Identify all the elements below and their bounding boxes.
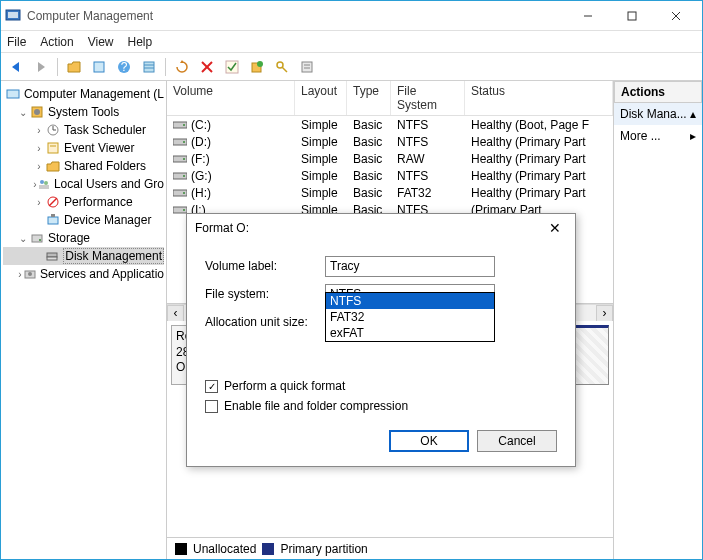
menu-view[interactable]: View — [88, 35, 114, 49]
cancel-button[interactable]: Cancel — [477, 430, 557, 452]
back-button[interactable] — [5, 56, 27, 78]
svg-point-24 — [34, 109, 40, 115]
window-title: Computer Management — [27, 9, 566, 23]
svg-point-50 — [183, 175, 185, 177]
actions-more[interactable]: More ...▸ — [614, 125, 702, 147]
scroll-right-icon[interactable]: › — [596, 305, 613, 322]
svg-rect-1 — [8, 12, 18, 18]
tree-storage[interactable]: ⌄Storage — [3, 229, 164, 247]
svg-point-31 — [44, 181, 48, 185]
disk-icon — [173, 120, 187, 130]
close-button[interactable] — [654, 2, 698, 30]
legend-unallocated: Unallocated — [193, 542, 256, 556]
table-row[interactable]: (C:)SimpleBasicNTFSHealthy (Boot, Page F — [167, 116, 613, 133]
toolbar: ? — [1, 53, 702, 81]
svg-rect-9 — [144, 62, 154, 72]
svg-rect-32 — [39, 185, 49, 189]
table-row[interactable]: (G:)SimpleBasicNTFSHealthy (Primary Part — [167, 167, 613, 184]
legend: Unallocated Primary partition — [167, 537, 613, 559]
volume-label-label: Volume label: — [205, 259, 325, 273]
tree-disk-management[interactable]: Disk Management — [3, 247, 164, 265]
collapse-icon: ▴ — [690, 107, 696, 121]
actions-pane: Actions Disk Mana...▴ More ...▸ — [614, 81, 702, 559]
svg-point-48 — [183, 158, 185, 160]
tree-pane: Computer Management (L ⌄System Tools ›Ta… — [1, 81, 167, 559]
fs-option-ntfs[interactable]: NTFS — [326, 293, 494, 309]
menu-bar: File Action View Help — [1, 31, 702, 53]
svg-rect-40 — [47, 257, 57, 260]
actions-header: Actions — [614, 81, 702, 103]
volume-label-input[interactable] — [325, 256, 495, 277]
dialog-close-icon[interactable]: ✕ — [543, 220, 567, 236]
quick-format-checkbox[interactable]: ✓ Perform a quick format — [205, 376, 557, 396]
fs-option-exfat[interactable]: exFAT — [326, 325, 494, 341]
col-type[interactable]: Type — [347, 81, 391, 115]
tree-local-users[interactable]: ›Local Users and Gro — [3, 175, 164, 193]
disk-icon — [173, 188, 187, 198]
key-icon[interactable] — [271, 56, 293, 78]
col-status[interactable]: Status — [465, 81, 613, 115]
svg-rect-37 — [32, 235, 42, 242]
chevron-right-icon: ▸ — [690, 129, 696, 143]
svg-point-38 — [39, 239, 41, 241]
tree-services[interactable]: ›Services and Applicatio — [3, 265, 164, 283]
tree-event-viewer[interactable]: ›Event Viewer — [3, 139, 164, 157]
actions-disk-mana[interactable]: Disk Mana...▴ — [614, 103, 702, 125]
ok-button[interactable]: OK — [389, 430, 469, 452]
svg-point-30 — [40, 180, 44, 184]
maximize-button[interactable] — [610, 2, 654, 30]
col-filesystem[interactable]: File System — [391, 81, 465, 115]
tree-performance[interactable]: ›Performance — [3, 193, 164, 211]
table-row[interactable]: (H:)SimpleBasicFAT32Healthy (Primary Par… — [167, 184, 613, 201]
app-icon — [5, 8, 21, 24]
minimize-button[interactable] — [566, 2, 610, 30]
fs-option-fat32[interactable]: FAT32 — [326, 309, 494, 325]
tree-root[interactable]: Computer Management (L — [3, 85, 164, 103]
tree-task-scheduler[interactable]: ›Task Scheduler — [3, 121, 164, 139]
disk-icon — [173, 137, 187, 147]
col-volume[interactable]: Volume — [167, 81, 295, 115]
properties-icon[interactable] — [88, 56, 110, 78]
list-icon[interactable] — [138, 56, 160, 78]
help-icon[interactable]: ? — [113, 56, 135, 78]
svg-point-16 — [257, 61, 263, 67]
svg-point-46 — [183, 141, 185, 143]
tree-system-tools[interactable]: ⌄System Tools — [3, 103, 164, 121]
svg-line-18 — [282, 67, 287, 72]
tree-device-manager[interactable]: Device Manager — [3, 211, 164, 229]
disk-icon — [173, 171, 187, 181]
svg-point-54 — [183, 209, 185, 211]
compression-checkbox[interactable]: Enable file and folder compression — [205, 396, 557, 416]
svg-rect-22 — [7, 90, 19, 98]
menu-file[interactable]: File — [7, 35, 26, 49]
menu-action[interactable]: Action — [40, 35, 73, 49]
check-icon[interactable] — [221, 56, 243, 78]
disk-icon — [173, 154, 187, 164]
scroll-left-icon[interactable]: ‹ — [167, 305, 184, 322]
file-system-dropdown: NTFS FAT32 exFAT — [325, 292, 495, 342]
tree-shared-folders[interactable]: ›Shared Folders — [3, 157, 164, 175]
checkbox-unchecked-icon — [205, 400, 218, 413]
menu-help[interactable]: Help — [128, 35, 153, 49]
settings-icon[interactable] — [296, 56, 318, 78]
delete-icon[interactable] — [196, 56, 218, 78]
disk-icon — [173, 205, 187, 215]
volume-table-header: Volume Layout Type File System Status — [167, 81, 613, 116]
svg-rect-39 — [47, 253, 57, 257]
add-icon[interactable] — [246, 56, 268, 78]
folder-icon[interactable] — [63, 56, 85, 78]
col-layout[interactable]: Layout — [295, 81, 347, 115]
table-row[interactable]: (D:)SimpleBasicNTFSHealthy (Primary Part — [167, 133, 613, 150]
svg-rect-35 — [48, 217, 58, 224]
refresh-icon[interactable] — [171, 56, 193, 78]
checkbox-checked-icon: ✓ — [205, 380, 218, 393]
forward-button[interactable] — [30, 56, 52, 78]
svg-point-42 — [28, 272, 32, 276]
svg-rect-19 — [302, 62, 312, 72]
dialog-title: Format O: — [195, 221, 543, 235]
legend-primary: Primary partition — [280, 542, 367, 556]
allocation-unit-label: Allocation unit size: — [205, 315, 325, 329]
table-row[interactable]: (F:)SimpleBasicRAWHealthy (Primary Part — [167, 150, 613, 167]
legend-swatch-unallocated — [175, 543, 187, 555]
title-bar: Computer Management — [1, 1, 702, 31]
